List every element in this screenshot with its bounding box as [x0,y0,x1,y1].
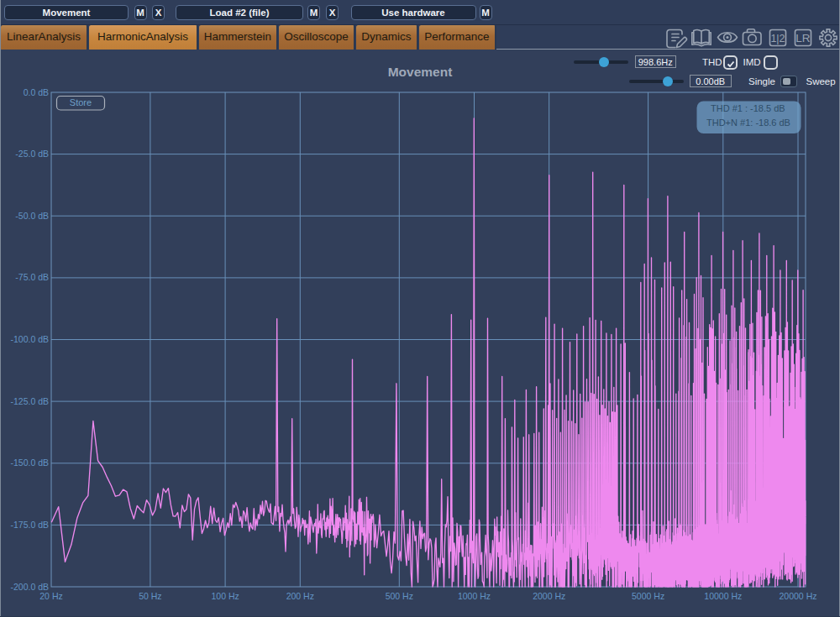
svg-text:-150.0 dB: -150.0 dB [10,458,49,468]
svg-text:-25.0 dB: -25.0 dB [15,149,49,159]
svg-text:-125.0 dB: -125.0 dB [10,396,49,406]
svg-text:20 Hz: 20 Hz [39,591,62,601]
svg-text:-75.0 dB: -75.0 dB [15,272,49,282]
svg-text:-100.0 dB: -100.0 dB [10,334,49,344]
svg-text:THD+N #1: -18.6 dB: THD+N #1: -18.6 dB [706,118,790,128]
svg-text:Store: Store [70,97,92,107]
svg-text:0.0 dB: 0.0 dB [24,87,49,97]
svg-text:2000 Hz: 2000 Hz [533,591,565,601]
svg-text:THD #1 : -18.5 dB: THD #1 : -18.5 dB [711,103,785,113]
svg-text:-175.0 dB: -175.0 dB [10,520,49,530]
svg-text:20000 Hz: 20000 Hz [780,591,817,601]
svg-text:-50.0 dB: -50.0 dB [15,211,49,221]
svg-text:1000 Hz: 1000 Hz [458,591,491,601]
svg-text:50 Hz: 50 Hz [139,591,161,601]
svg-text:5000 Hz: 5000 Hz [632,591,664,601]
svg-text:100 Hz: 100 Hz [211,591,239,601]
svg-text:200 Hz: 200 Hz [286,591,314,601]
svg-text:500 Hz: 500 Hz [386,591,413,601]
svg-text:10000 Hz: 10000 Hz [704,591,742,601]
